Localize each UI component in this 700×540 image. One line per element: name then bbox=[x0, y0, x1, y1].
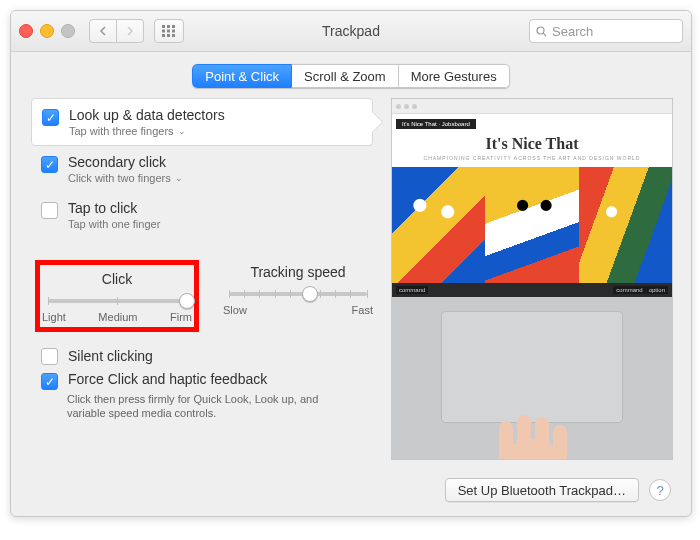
preferences-window: Trackpad Search Point & Click Scroll & Z… bbox=[10, 10, 692, 517]
force-label: Force Click and haptic feedback bbox=[68, 371, 267, 387]
tracking-slider[interactable] bbox=[229, 292, 367, 296]
option-sub: Tap with one finger bbox=[68, 218, 160, 230]
tab-segmented: Point & Click Scroll & Zoom More Gesture… bbox=[192, 64, 509, 88]
chevron-left-icon bbox=[99, 26, 107, 36]
highlight-box: Click Light Medium Firm bbox=[35, 260, 199, 332]
svg-rect-8 bbox=[172, 34, 175, 37]
titlebar: Trackpad Search bbox=[11, 11, 691, 52]
option-sub[interactable]: Tap with three fingers ⌄ bbox=[69, 125, 225, 137]
forward-button[interactable] bbox=[117, 19, 144, 43]
svg-rect-5 bbox=[172, 30, 175, 33]
options-column: ✓ Look up & data detectors Tap with thre… bbox=[31, 98, 373, 460]
preview-laptop: command command option bbox=[392, 283, 672, 459]
click-slider-block: Click Light Medium Firm bbox=[42, 271, 192, 323]
checkbox-lookup[interactable]: ✓ bbox=[42, 109, 59, 126]
preview-keys: command command option bbox=[392, 283, 672, 297]
tab-point-click[interactable]: Point & Click bbox=[192, 64, 292, 88]
tabs-row: Point & Click Scroll & Zoom More Gesture… bbox=[11, 52, 691, 98]
preview-site-sub: CHAMPIONING CREATIVITY ACROSS THE ART AN… bbox=[392, 155, 672, 161]
option-secondary[interactable]: ✓ Secondary click Click with two fingers… bbox=[31, 146, 373, 192]
svg-rect-3 bbox=[162, 30, 165, 33]
preview-page: It's Nice That · Jobsboard It's Nice Tha… bbox=[392, 114, 672, 284]
checkbox-silent[interactable] bbox=[41, 348, 58, 365]
option-title: Look up & data detectors bbox=[69, 107, 225, 123]
click-slider[interactable] bbox=[48, 299, 186, 303]
footer: Set Up Bluetooth Trackpad… ? bbox=[11, 470, 691, 516]
back-button[interactable] bbox=[89, 19, 117, 43]
sliders-row: Click Light Medium Firm bbox=[31, 252, 373, 332]
tab-scroll-zoom[interactable]: Scroll & Zoom bbox=[292, 64, 399, 88]
silent-label: Silent clicking bbox=[68, 348, 153, 364]
svg-rect-0 bbox=[162, 25, 165, 28]
svg-line-10 bbox=[543, 33, 546, 36]
preview-video: It's Nice That · Jobsboard It's Nice Tha… bbox=[391, 98, 673, 460]
preview-browser-bar bbox=[392, 99, 672, 114]
force-hint: Click then press firmly for Quick Look, … bbox=[67, 392, 357, 421]
minimize-icon[interactable] bbox=[40, 24, 54, 38]
content: ✓ Look up & data detectors Tap with thre… bbox=[11, 98, 691, 470]
help-button[interactable]: ? bbox=[649, 479, 671, 501]
svg-point-9 bbox=[537, 27, 544, 34]
bottom-options: Silent clicking ✓ Force Click and haptic… bbox=[31, 346, 373, 421]
close-icon[interactable] bbox=[19, 24, 33, 38]
show-all-button[interactable] bbox=[154, 19, 184, 43]
tracking-slider-block: Tracking speed bbox=[223, 264, 373, 332]
option-title: Tap to click bbox=[68, 200, 160, 216]
nav-group bbox=[89, 19, 144, 43]
svg-rect-1 bbox=[167, 25, 170, 28]
option-sub[interactable]: Click with two fingers ⌄ bbox=[68, 172, 183, 184]
search-icon bbox=[536, 26, 547, 37]
preview-art bbox=[392, 167, 672, 295]
click-label: Click bbox=[42, 271, 192, 287]
checkbox-force[interactable]: ✓ bbox=[41, 373, 58, 390]
zoom-icon bbox=[61, 24, 75, 38]
grid-icon bbox=[162, 25, 176, 37]
checkbox-tap[interactable] bbox=[41, 202, 58, 219]
tracking-label: Tracking speed bbox=[223, 264, 373, 280]
chevron-down-icon: ⌄ bbox=[178, 126, 186, 136]
option-force[interactable]: ✓ Force Click and haptic feedback bbox=[41, 371, 373, 390]
setup-bluetooth-button[interactable]: Set Up Bluetooth Trackpad… bbox=[445, 478, 639, 502]
svg-rect-4 bbox=[167, 30, 170, 33]
chevron-right-icon bbox=[126, 26, 134, 36]
preview-hand bbox=[487, 419, 577, 460]
svg-rect-6 bbox=[162, 34, 165, 37]
click-ticks: Light Medium Firm bbox=[42, 311, 192, 323]
search-placeholder: Search bbox=[552, 24, 593, 39]
option-lookup[interactable]: ✓ Look up & data detectors Tap with thre… bbox=[31, 98, 373, 146]
slider-knob[interactable] bbox=[302, 286, 318, 302]
search-input[interactable]: Search bbox=[529, 19, 683, 43]
preview-site-title: It's Nice That bbox=[392, 129, 672, 155]
svg-rect-2 bbox=[172, 25, 175, 28]
preview-column: It's Nice That · Jobsboard It's Nice Tha… bbox=[391, 98, 673, 460]
slider-knob[interactable] bbox=[179, 293, 195, 309]
option-title: Secondary click bbox=[68, 154, 183, 170]
tab-more-gestures[interactable]: More Gestures bbox=[399, 64, 510, 88]
chevron-down-icon: ⌄ bbox=[175, 173, 183, 183]
svg-rect-7 bbox=[167, 34, 170, 37]
checkbox-secondary[interactable]: ✓ bbox=[41, 156, 58, 173]
traffic-lights bbox=[19, 24, 75, 38]
option-tap[interactable]: Tap to click Tap with one finger bbox=[31, 192, 373, 238]
tracking-ticks: Slow Fast bbox=[223, 304, 373, 316]
preview-trackpad bbox=[441, 311, 623, 423]
option-silent[interactable]: Silent clicking bbox=[41, 346, 373, 365]
